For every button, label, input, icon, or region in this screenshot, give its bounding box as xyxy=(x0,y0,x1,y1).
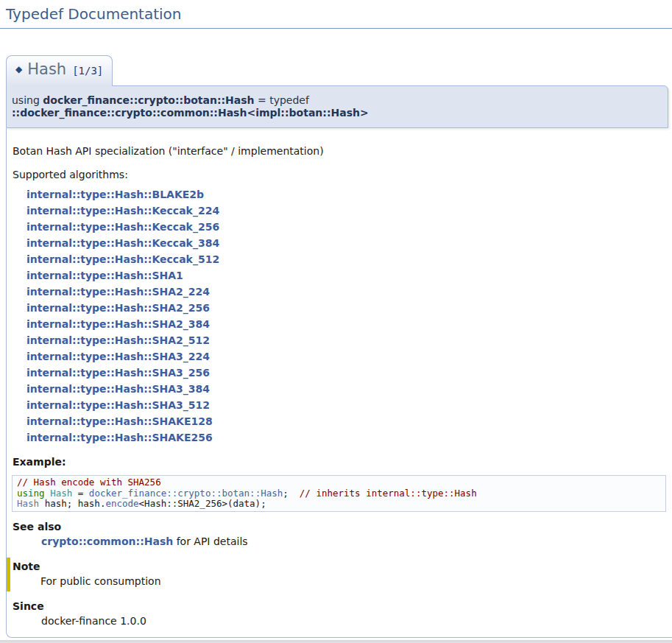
algorithm-list-item: internal::type::Hash::Keccak_224 xyxy=(26,203,672,219)
algorithm-list-item: internal::type::Hash::Keccak_384 xyxy=(26,235,672,251)
example-heading: Example: xyxy=(13,456,672,468)
footer-divider xyxy=(0,640,672,643)
code-token: hash; hash. xyxy=(39,498,105,509)
algorithm-link[interactable]: internal::type::Hash::SHA1 xyxy=(26,270,183,281)
member-documentation: Botan Hash API specialization ("interfac… xyxy=(6,128,672,638)
algorithm-link[interactable]: internal::type::Hash::SHAKE256 xyxy=(26,432,213,443)
algorithm-link[interactable]: internal::type::Hash::SHA3_512 xyxy=(26,399,210,411)
code-token: Hash xyxy=(17,498,39,509)
code-token: // Hash encode with SHA256 xyxy=(17,477,161,488)
algorithm-list-item: internal::type::Hash::SHA3_224 xyxy=(26,348,672,365)
code-line: using Hash = docker_finance::crypto::bot… xyxy=(17,488,661,499)
algorithm-list-item: internal::type::Hash::SHA3_384 xyxy=(26,381,672,397)
code-link[interactable]: encode xyxy=(105,498,138,509)
since-heading: Since xyxy=(13,600,672,612)
algorithm-link[interactable]: internal::type::Hash::SHA3_384 xyxy=(26,383,210,395)
note-heading: Note xyxy=(13,561,672,572)
algorithm-list-item: internal::type::Hash::SHA2_512 xyxy=(26,332,672,348)
algorithm-list-item: internal::type::Hash::BLAKE2b xyxy=(26,186,672,203)
algorithm-list-item: internal::type::Hash::SHAKE256 xyxy=(26,429,672,446)
algorithm-link[interactable]: internal::type::Hash::Keccak_256 xyxy=(26,221,219,233)
algorithm-link[interactable]: internal::type::Hash::SHA2_256 xyxy=(26,302,210,314)
member-name: Hash xyxy=(27,60,66,78)
code-link[interactable]: docker_finance::crypto::botan::Hash xyxy=(89,488,283,499)
code-line: // Hash encode with SHA256 xyxy=(17,477,661,488)
code-line: Hash hash; hash.encode<Hash::SHA2_256>(d… xyxy=(17,499,661,510)
supported-algorithms-heading: Supported algorithms: xyxy=(13,169,672,180)
see-also-heading: See also xyxy=(13,521,672,533)
prototype-segment: ::docker_finance::crypto::common::Hash<i… xyxy=(12,107,369,119)
crypto-common-hash-link[interactable]: crypto::common::Hash xyxy=(41,535,173,547)
algorithm-list-item: internal::type::Hash::SHA3_512 xyxy=(26,397,672,413)
typedef-member-hash: ◆Hash[1/3] using docker_finance::crypto:… xyxy=(6,55,672,638)
member-overload-count: [1/3] xyxy=(72,65,103,77)
algorithm-link[interactable]: internal::type::Hash::SHA2_512 xyxy=(26,334,210,346)
description-text: Botan Hash API specialization ("interfac… xyxy=(13,145,672,157)
algorithm-link[interactable]: internal::type::Hash::SHA2_384 xyxy=(26,318,210,330)
algorithm-list-item: internal::type::Hash::SHA1 xyxy=(26,267,672,284)
since-section: Since docker-finance 1.0.0 xyxy=(13,600,672,627)
note-section: Note For public consumption xyxy=(7,558,672,591)
code-token: = xyxy=(72,488,89,499)
algorithm-link[interactable]: internal::type::Hash::BLAKE2b xyxy=(26,189,204,200)
code-token: Hash xyxy=(50,488,72,499)
page-title: Typedef Documentation xyxy=(0,0,672,29)
algorithm-list-item: internal::type::Hash::SHA2_256 xyxy=(26,300,672,316)
code-example: // Hash encode with SHA256using Hash = d… xyxy=(12,475,666,512)
code-token: using xyxy=(17,488,45,499)
code-token: // inherits internal::type::Hash xyxy=(300,488,477,499)
algorithm-link[interactable]: internal::type::Hash::SHA3_256 xyxy=(26,367,210,379)
since-content: docker-finance 1.0.0 xyxy=(41,615,672,627)
see-also-content: crypto::common::Hash for API details xyxy=(41,535,672,547)
prototype-segment: using xyxy=(12,94,43,106)
prototype-segment: docker_finance::crypto::botan::Hash xyxy=(43,94,254,106)
algorithm-list-item: internal::type::Hash::Keccak_256 xyxy=(26,219,672,235)
code-token: ; xyxy=(283,488,300,499)
algorithm-list-item: internal::type::Hash::SHA3_256 xyxy=(26,365,672,381)
algorithm-link[interactable]: internal::type::Hash::SHAKE128 xyxy=(26,415,213,427)
code-token: <Hash::SHA2_256>(data); xyxy=(139,498,266,509)
algorithm-list: internal::type::Hash::BLAKE2binternal::t… xyxy=(26,186,672,446)
algorithm-list-item: internal::type::Hash::SHA2_384 xyxy=(26,316,672,332)
algorithm-list-item: internal::type::Hash::SHA2_224 xyxy=(26,284,672,300)
algorithm-list-item: internal::type::Hash::SHAKE128 xyxy=(26,413,672,429)
algorithm-link[interactable]: internal::type::Hash::Keccak_384 xyxy=(26,237,219,249)
algorithm-link[interactable]: internal::type::Hash::SHA3_224 xyxy=(26,351,210,362)
algorithm-link[interactable]: internal::type::Hash::SHA2_224 xyxy=(26,286,210,298)
see-also-section: See also crypto::common::Hash for API de… xyxy=(13,521,672,547)
algorithm-link[interactable]: internal::type::Hash::Keccak_224 xyxy=(26,205,219,217)
algorithm-list-item: internal::type::Hash::Keccak_512 xyxy=(26,251,672,267)
algorithm-link[interactable]: internal::type::Hash::Keccak_512 xyxy=(26,253,219,265)
note-content: For public consumption xyxy=(40,575,672,587)
see-also-text: for API details xyxy=(173,535,247,547)
member-title-tab: ◆Hash[1/3] xyxy=(6,55,113,86)
member-prototype: using docker_finance::crypto::botan::Has… xyxy=(6,85,668,128)
prototype-segment: = typedef xyxy=(255,94,309,106)
anchor-diamond-icon[interactable]: ◆ xyxy=(15,60,22,79)
